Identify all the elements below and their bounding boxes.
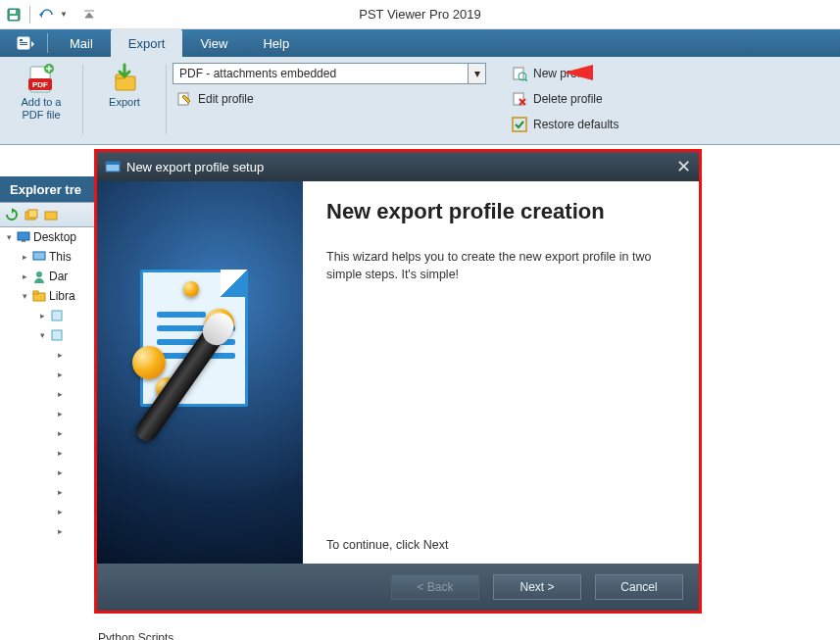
doc-folder-icon [50, 328, 64, 342]
close-icon[interactable]: ✕ [676, 156, 691, 177]
restore-defaults-button[interactable]: Restore defaults [508, 114, 622, 135]
library-icon [32, 289, 46, 303]
svg-rect-6 [20, 44, 27, 45]
svg-rect-21 [18, 232, 29, 240]
ribbon-group-pdf: PDF Add to a PDF file [6, 61, 76, 138]
svg-rect-1 [10, 10, 16, 14]
expand-icon[interactable]: ▸ [55, 409, 65, 418]
menu-separator [47, 33, 48, 53]
expand-icon[interactable]: ▸ [55, 428, 65, 438]
titlebar: ▼ PST Viewer Pro 2019 [0, 0, 840, 29]
dialog-title: New export profile setup [126, 160, 264, 174]
svg-rect-22 [22, 240, 25, 242]
ribbon-separator-2 [166, 65, 167, 134]
tab-mail[interactable]: Mail [52, 29, 111, 57]
dialog-content: New export profile creation This wizard … [303, 181, 699, 564]
user-icon [32, 270, 46, 283]
expand-icon[interactable]: ▸ [55, 487, 65, 497]
expand-icon[interactable]: ▸ [20, 252, 29, 262]
expand-icon[interactable]: ▸ [55, 526, 65, 536]
new-profile-button[interactable]: New profile [508, 63, 622, 84]
desktop-icon [17, 230, 30, 244]
ribbon-profile-group: PDF - attachments embedded ▾ Edit profil… [173, 61, 486, 138]
expand-icon[interactable]: ▸ [55, 507, 65, 517]
undo-icon[interactable] [38, 7, 54, 23]
profile-selected-text: PDF - attachments embedded [179, 67, 468, 80]
dialog-continue-hint: To continue, click Next [326, 538, 675, 552]
doc-folder-icon [50, 309, 64, 322]
pc-icon [32, 250, 46, 264]
ribbon: PDF Add to a PDF file Export PDF - attac… [0, 57, 840, 145]
restore-defaults-label: Restore defaults [533, 118, 618, 131]
svg-rect-23 [33, 252, 45, 260]
ribbon-separator [82, 65, 83, 134]
svg-rect-5 [20, 42, 27, 43]
svg-rect-4 [20, 39, 23, 41]
qat-customize-icon[interactable] [81, 7, 97, 23]
ribbon-profile-actions: New profile Delete profile Restore defau… [508, 61, 622, 138]
collapse-icon[interactable]: ▾ [4, 232, 14, 242]
collapse-icon[interactable]: ▾ [20, 291, 29, 301]
dialog-heading: New export profile creation [326, 199, 675, 223]
expand-icon[interactable]: ▸ [20, 271, 29, 281]
cancel-button[interactable]: Cancel [595, 574, 683, 600]
profile-dropdown[interactable]: PDF - attachments embedded ▾ [173, 63, 486, 84]
quick-access-toolbar: ▼ [6, 6, 97, 24]
svg-rect-30 [106, 162, 120, 165]
menubar: Mail Export View Help [0, 29, 840, 57]
svg-rect-26 [33, 291, 38, 294]
export-label: Export [109, 96, 140, 109]
expand-icon[interactable]: ▸ [55, 448, 65, 458]
save-icon[interactable] [6, 7, 22, 23]
next-button[interactable]: Next > [493, 574, 581, 600]
delete-profile-label: Delete profile [533, 92, 603, 106]
tree-root-label: Desktop [33, 230, 76, 244]
qat-separator [29, 6, 30, 24]
folders-icon[interactable] [24, 207, 39, 222]
expand-icon[interactable]: ▸ [55, 389, 65, 399]
dialog-footer: < Back Next > Cancel [97, 564, 699, 611]
svg-rect-27 [52, 311, 62, 320]
tab-help[interactable]: Help [245, 29, 307, 57]
add-to-pdf-label: Add to a PDF file [14, 96, 69, 122]
chevron-down-icon[interactable]: ▾ [468, 64, 485, 83]
svg-rect-19 [28, 210, 37, 218]
svg-point-24 [36, 271, 42, 277]
dialog-description: This wizard helps you to create the new … [326, 249, 675, 283]
qat-dropdown-icon[interactable]: ▼ [60, 10, 68, 19]
delete-profile-button[interactable]: Delete profile [508, 88, 622, 110]
tab-export[interactable]: Export [111, 29, 183, 57]
dialog-icon [105, 159, 121, 174]
tab-view[interactable]: View [182, 29, 245, 57]
app-title: PST Viewer Pro 2019 [359, 7, 481, 22]
tree-item-label: This [49, 250, 72, 264]
tree-item-python[interactable]: Python Scripts [98, 631, 173, 640]
svg-rect-28 [52, 330, 62, 340]
svg-text:PDF: PDF [32, 80, 48, 89]
folder-icon[interactable] [43, 207, 59, 222]
expand-icon[interactable]: ▸ [37, 311, 47, 320]
tree-item-label: Libra [49, 289, 75, 303]
dialog-titlebar: New export profile setup ✕ [97, 152, 699, 181]
refresh-icon[interactable] [4, 207, 20, 222]
add-to-pdf-button[interactable]: PDF Add to a PDF file [14, 63, 69, 122]
tree-item-label: Dar [49, 270, 68, 283]
dialog-body: New export profile creation This wizard … [97, 181, 699, 564]
svg-rect-20 [45, 212, 57, 220]
svg-rect-2 [10, 16, 18, 20]
edit-profile-label: Edit profile [198, 92, 254, 106]
expand-icon[interactable]: ▸ [55, 350, 65, 360]
new-profile-dialog: New export profile setup ✕ New export pr… [94, 149, 702, 614]
svg-rect-17 [513, 118, 526, 131]
ribbon-group-export: Export [89, 61, 160, 138]
app-menu-button[interactable] [8, 29, 43, 57]
expand-icon[interactable]: ▸ [55, 369, 65, 379]
edit-profile-button[interactable]: Edit profile [173, 88, 486, 110]
dialog-graphic [97, 181, 303, 564]
expand-icon[interactable]: ▸ [55, 468, 65, 477]
collapse-icon[interactable]: ▾ [37, 330, 47, 340]
new-profile-label: New profile [533, 67, 592, 80]
export-button[interactable]: Export [97, 63, 152, 109]
back-button: < Back [391, 574, 479, 600]
